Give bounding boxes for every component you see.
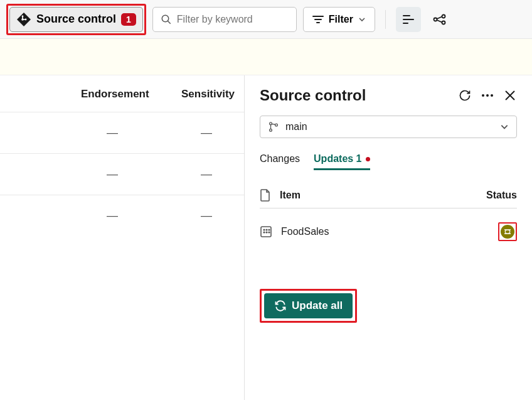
search-input[interactable] (177, 14, 289, 25)
svg-point-15 (486, 94, 489, 97)
cell-sensitivity: — (181, 209, 231, 222)
tab-updates[interactable]: Updates 1 (314, 149, 370, 170)
table-header: Endorsement Sensitivity (0, 75, 244, 112)
filter-icon (312, 15, 324, 24)
source-control-button[interactable]: Source control 1 (9, 7, 143, 32)
status-conflict-icon (501, 225, 514, 239)
search-icon (161, 14, 172, 25)
cell-sensitivity: — (181, 168, 231, 181)
updates-indicator-dot (366, 157, 370, 161)
svg-point-11 (434, 18, 437, 21)
list-item[interactable]: FoodSales (260, 208, 517, 251)
svg-point-1 (25, 18, 27, 20)
chevron-down-icon (500, 122, 509, 131)
svg-point-2 (22, 15, 24, 17)
list-header-item: Item (280, 190, 301, 201)
table-row[interactable]: — — (0, 153, 244, 195)
refresh-button[interactable] (458, 89, 472, 102)
notification-band (0, 39, 532, 75)
tab-updates-label: Updates 1 (314, 153, 361, 165)
cell-endorsement: — (81, 168, 144, 181)
svg-point-3 (162, 15, 169, 22)
list-view-button[interactable] (396, 7, 421, 32)
panel-title: Source control (260, 87, 366, 104)
svg-point-27 (266, 232, 267, 233)
column-sensitivity[interactable]: Sensitivity (181, 88, 231, 100)
cell-endorsement: — (81, 209, 144, 222)
close-button[interactable] (503, 89, 517, 102)
svg-point-13 (442, 21, 445, 24)
updates-list-header: Item Status (260, 183, 517, 208)
cell-endorsement: — (81, 126, 144, 139)
item-name: FoodSales (281, 226, 329, 237)
svg-point-19 (270, 122, 272, 125)
sync-icon (274, 300, 287, 312)
file-icon (260, 189, 271, 202)
tab-changes-label: Changes (260, 153, 300, 165)
content-area: Endorsement Sensitivity — — — — — — Sour… (0, 75, 532, 400)
branch-icon (268, 121, 279, 132)
svg-point-12 (442, 14, 445, 18)
search-box[interactable] (152, 7, 297, 32)
svg-point-14 (482, 94, 484, 97)
more-options-button[interactable] (481, 89, 494, 102)
tab-changes[interactable]: Changes (260, 149, 300, 170)
source-control-icon (16, 12, 31, 27)
filter-button[interactable]: Filter (303, 7, 375, 32)
panel-actions (458, 89, 517, 102)
table-row[interactable]: — — (0, 112, 244, 153)
lineage-view-button[interactable] (427, 7, 452, 32)
table-row[interactable]: — — (0, 195, 244, 236)
update-all-button[interactable]: Update all (264, 293, 353, 318)
filter-label: Filter (329, 14, 353, 25)
svg-point-25 (269, 229, 270, 230)
chevron-down-icon (358, 16, 366, 23)
panel-header: Source control (260, 87, 517, 104)
svg-point-16 (491, 94, 493, 97)
items-table: Endorsement Sensitivity — — — — — — (0, 75, 245, 400)
update-all-highlight: Update all (260, 289, 357, 323)
status-highlight (498, 222, 517, 241)
svg-point-23 (263, 229, 265, 230)
svg-point-26 (263, 232, 265, 233)
toolbar: Source control 1 Filter (0, 0, 532, 39)
source-control-label: Source control (36, 13, 116, 26)
svg-point-28 (269, 232, 270, 233)
dataset-icon (260, 225, 272, 238)
cell-sensitivity: — (181, 126, 231, 139)
toolbar-divider (385, 10, 386, 29)
branch-selector[interactable]: main (260, 116, 517, 138)
svg-point-20 (270, 129, 272, 131)
svg-point-21 (275, 124, 278, 126)
source-control-highlight: Source control 1 (6, 4, 146, 35)
svg-point-24 (266, 229, 267, 230)
svg-line-4 (168, 21, 171, 24)
update-all-label: Update all (292, 300, 343, 312)
panel-footer: Update all (260, 289, 517, 323)
tabs: Changes Updates 1 (260, 149, 517, 170)
branch-name: main (285, 121, 494, 132)
column-endorsement[interactable]: Endorsement (81, 88, 144, 100)
list-header-status: Status (486, 190, 517, 201)
source-control-panel: Source control main (245, 75, 532, 400)
source-control-badge: 1 (121, 13, 136, 26)
